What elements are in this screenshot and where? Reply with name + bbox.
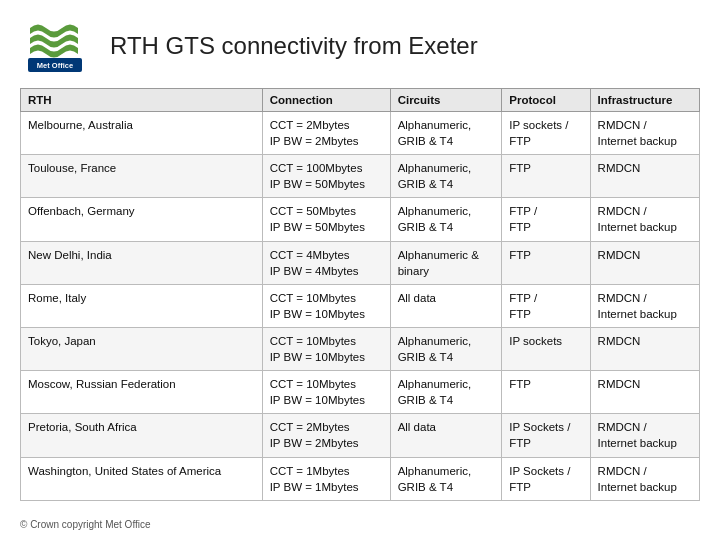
cell-circuits: All data (390, 284, 502, 327)
cell-circuits: Alphanumeric &binary (390, 241, 502, 284)
cell-rth: Moscow, Russian Federation (21, 371, 263, 414)
cell-connection: CCT = 50MbytesIP BW = 50Mbytes (262, 198, 390, 241)
col-header-connection: Connection (262, 89, 390, 112)
cell-protocol: FTP /FTP (502, 198, 590, 241)
cell-connection: CCT = 2MbytesIP BW = 2Mbytes (262, 414, 390, 457)
cell-circuits: Alphanumeric,GRIB & T4 (390, 112, 502, 155)
cell-protocol: FTP (502, 155, 590, 198)
col-header-protocol: Protocol (502, 89, 590, 112)
cell-rth: Toulouse, France (21, 155, 263, 198)
col-header-circuits: Circuits (390, 89, 502, 112)
copyright-text: © Crown copyright Met Office (20, 519, 151, 530)
cell-circuits: Alphanumeric,GRIB & T4 (390, 371, 502, 414)
cell-connection: CCT = 100MbytesIP BW = 50Mbytes (262, 155, 390, 198)
cell-connection: CCT = 10MbytesIP BW = 10Mbytes (262, 327, 390, 370)
cell-connection: CCT = 2MbytesIP BW = 2Mbytes (262, 112, 390, 155)
connectivity-table: RTH Connection Circuits Protocol Infrast… (20, 88, 700, 501)
cell-circuits: Alphanumeric,GRIB & T4 (390, 155, 502, 198)
cell-rth: Rome, Italy (21, 284, 263, 327)
cell-infrastructure: RMDCN (590, 371, 699, 414)
footer: © Crown copyright Met Office (0, 511, 720, 538)
cell-infrastructure: RMDCN /Internet backup (590, 414, 699, 457)
cell-protocol: FTP (502, 371, 590, 414)
cell-protocol: FTP (502, 241, 590, 284)
met-office-logo: Met Office (20, 16, 110, 76)
svg-text:Met Office: Met Office (37, 61, 73, 70)
cell-circuits: Alphanumeric,GRIB & T4 (390, 457, 502, 500)
cell-rth: Offenbach, Germany (21, 198, 263, 241)
page-title: RTH GTS connectivity from Exeter (110, 32, 478, 60)
cell-infrastructure: RMDCN /Internet backup (590, 198, 699, 241)
table-row: Offenbach, GermanyCCT = 50MbytesIP BW = … (21, 198, 700, 241)
col-header-infrastructure: Infrastructure (590, 89, 699, 112)
cell-rth: New Delhi, India (21, 241, 263, 284)
cell-rth: Pretoria, South Africa (21, 414, 263, 457)
col-header-rth: RTH (21, 89, 263, 112)
page-header: Met Office RTH GTS connectivity from Exe… (0, 0, 720, 88)
table-row: Tokyo, JapanCCT = 10MbytesIP BW = 10Mbyt… (21, 327, 700, 370)
cell-protocol: FTP /FTP (502, 284, 590, 327)
table-row: Rome, ItalyCCT = 10MbytesIP BW = 10Mbyte… (21, 284, 700, 327)
cell-connection: CCT = 1MbytesIP BW = 1Mbytes (262, 457, 390, 500)
cell-protocol: IP sockets (502, 327, 590, 370)
table-row: Washington, United States of AmericaCCT … (21, 457, 700, 500)
cell-infrastructure: RMDCN /Internet backup (590, 457, 699, 500)
table-header-row: RTH Connection Circuits Protocol Infrast… (21, 89, 700, 112)
cell-circuits: Alphanumeric,GRIB & T4 (390, 327, 502, 370)
cell-connection: CCT = 4MbytesIP BW = 4Mbytes (262, 241, 390, 284)
cell-connection: CCT = 10MbytesIP BW = 10Mbytes (262, 371, 390, 414)
cell-circuits: Alphanumeric,GRIB & T4 (390, 198, 502, 241)
table-row: Melbourne, AustraliaCCT = 2MbytesIP BW =… (21, 112, 700, 155)
cell-infrastructure: RMDCN (590, 155, 699, 198)
cell-rth: Melbourne, Australia (21, 112, 263, 155)
cell-infrastructure: RMDCN /Internet backup (590, 112, 699, 155)
cell-infrastructure: RMDCN (590, 241, 699, 284)
cell-rth: Washington, United States of America (21, 457, 263, 500)
cell-circuits: All data (390, 414, 502, 457)
table-row: New Delhi, IndiaCCT = 4MbytesIP BW = 4Mb… (21, 241, 700, 284)
cell-protocol: IP sockets /FTP (502, 112, 590, 155)
cell-protocol: IP Sockets /FTP (502, 457, 590, 500)
cell-rth: Tokyo, Japan (21, 327, 263, 370)
table-row: Toulouse, FranceCCT = 100MbytesIP BW = 5… (21, 155, 700, 198)
cell-infrastructure: RMDCN /Internet backup (590, 284, 699, 327)
cell-connection: CCT = 10MbytesIP BW = 10Mbytes (262, 284, 390, 327)
table-row: Pretoria, South AfricaCCT = 2MbytesIP BW… (21, 414, 700, 457)
cell-infrastructure: RMDCN (590, 327, 699, 370)
table-row: Moscow, Russian FederationCCT = 10Mbytes… (21, 371, 700, 414)
table-container: RTH Connection Circuits Protocol Infrast… (0, 88, 720, 511)
cell-protocol: IP Sockets /FTP (502, 414, 590, 457)
